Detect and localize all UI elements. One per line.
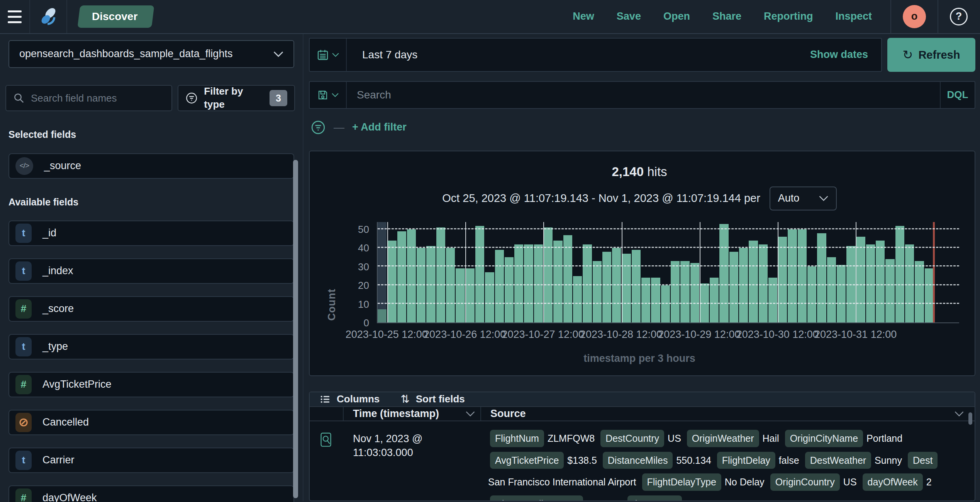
date-picker-menu-button[interactable] xyxy=(310,39,347,71)
avatar[interactable]: o xyxy=(903,5,926,28)
sort-fields-button[interactable]: ⇅ Sort fields xyxy=(400,392,465,406)
histogram-bar[interactable] xyxy=(466,222,475,322)
filter-by-type-button[interactable]: Filter by type 3 xyxy=(178,85,295,111)
histogram-bar[interactable] xyxy=(866,222,875,322)
histogram-bar[interactable] xyxy=(778,222,787,322)
histogram-bar[interactable] xyxy=(632,222,641,322)
histogram-bar[interactable] xyxy=(798,222,807,322)
field-item-_id[interactable]: t_id xyxy=(8,220,294,246)
histogram-bar[interactable] xyxy=(905,222,914,322)
histogram-bar[interactable] xyxy=(827,222,836,322)
histogram-bar[interactable] xyxy=(622,222,631,322)
histogram-bar[interactable] xyxy=(856,222,865,322)
field-item-_score[interactable]: #_score xyxy=(8,296,294,322)
tab-discover[interactable]: Discover xyxy=(79,5,153,28)
histogram-bar[interactable] xyxy=(788,222,797,322)
table-scrollbar[interactable] xyxy=(968,412,972,425)
field-item-Cancelled[interactable]: ⊘Cancelled xyxy=(8,410,294,435)
histogram-bar[interactable] xyxy=(837,222,846,322)
histogram-bar[interactable] xyxy=(446,222,455,322)
histogram-bar[interactable] xyxy=(602,222,611,322)
histogram-bar[interactable] xyxy=(690,222,699,322)
histogram-bar[interactable] xyxy=(583,222,592,322)
histogram-bar[interactable] xyxy=(700,222,709,322)
histogram-bar[interactable] xyxy=(749,222,758,322)
histogram-bar[interactable] xyxy=(524,222,533,322)
help-icon[interactable]: ? xyxy=(950,8,968,25)
histogram-bar[interactable] xyxy=(436,222,445,322)
histogram-bar[interactable] xyxy=(573,222,582,322)
histogram-bar[interactable] xyxy=(593,222,602,322)
histogram-bar[interactable] xyxy=(739,222,748,322)
histogram-bar[interactable] xyxy=(475,222,484,322)
nav-link-open[interactable]: Open xyxy=(663,10,690,23)
histogram-bar[interactable] xyxy=(456,222,465,322)
opensearch-logo[interactable] xyxy=(30,0,67,33)
query-search-input[interactable] xyxy=(347,89,940,101)
histogram-bar[interactable] xyxy=(671,222,680,322)
histogram-bar[interactable] xyxy=(729,222,738,322)
expand-document-icon[interactable] xyxy=(320,432,334,448)
field-item-AvgTicketPrice[interactable]: #AvgTicketPrice xyxy=(8,372,294,397)
histogram-bar[interactable] xyxy=(895,222,904,322)
histogram-bar[interactable] xyxy=(397,222,406,322)
histogram-plot[interactable] xyxy=(377,222,959,323)
chevron-down-icon[interactable] xyxy=(466,411,475,417)
histogram-bar[interactable] xyxy=(807,222,816,322)
histogram-bar[interactable] xyxy=(563,222,572,322)
field-item-Carrier[interactable]: tCarrier xyxy=(8,448,294,473)
histogram-bar[interactable] xyxy=(925,222,934,322)
field-item-dayOfWeek[interactable]: #dayOfWeek xyxy=(8,485,294,502)
interval-select[interactable]: Auto xyxy=(770,187,837,210)
histogram-bar[interactable] xyxy=(651,222,660,322)
field-item-_index[interactable]: t_index xyxy=(8,258,294,284)
histogram-bar[interactable] xyxy=(710,222,719,322)
histogram-bar[interactable] xyxy=(661,222,670,322)
histogram-bar[interactable] xyxy=(817,222,826,322)
field-search-input[interactable] xyxy=(31,92,164,104)
nav-link-share[interactable]: Share xyxy=(712,10,741,23)
histogram-bar[interactable] xyxy=(768,222,777,322)
menu-hamburger-icon[interactable] xyxy=(0,0,30,33)
histogram-bar[interactable] xyxy=(534,222,543,322)
filter-icon[interactable] xyxy=(310,120,326,135)
show-dates-button[interactable]: Show dates xyxy=(810,48,868,61)
histogram-bar[interactable] xyxy=(719,222,728,322)
field-item-_source[interactable]: </>_source xyxy=(8,153,294,179)
histogram-bar[interactable] xyxy=(680,222,689,322)
histogram-bar[interactable] xyxy=(426,222,435,322)
histogram-bar[interactable] xyxy=(846,222,855,322)
refresh-button[interactable]: ↻ Refresh xyxy=(887,38,975,72)
histogram-bar[interactable] xyxy=(544,222,553,322)
histogram-bar[interactable] xyxy=(915,222,924,322)
histogram-bar[interactable] xyxy=(495,222,504,322)
histogram-bar[interactable] xyxy=(876,222,885,322)
histogram-bar[interactable] xyxy=(553,222,562,322)
chevron-down-icon[interactable] xyxy=(955,411,964,417)
query-language-button[interactable]: DQL xyxy=(940,82,975,108)
index-pattern-select[interactable]: opensearch_dashboards_sample_data_flight… xyxy=(8,40,294,68)
columns-button[interactable]: Columns xyxy=(320,393,380,406)
source-column-header[interactable]: Source xyxy=(481,407,975,421)
histogram-bar[interactable] xyxy=(505,222,514,322)
histogram-bar[interactable] xyxy=(514,222,523,322)
histogram-bar[interactable] xyxy=(387,222,396,322)
histogram-bar[interactable] xyxy=(378,222,387,322)
histogram-bar[interactable] xyxy=(612,222,621,322)
field-item-_type[interactable]: t_type xyxy=(8,334,294,360)
histogram-bar[interactable] xyxy=(407,222,416,322)
sidebar-scrollbar[interactable] xyxy=(293,160,298,498)
nav-link-inspect[interactable]: Inspect xyxy=(835,10,872,23)
add-filter-button[interactable]: + Add filter xyxy=(352,120,407,134)
histogram-bar[interactable] xyxy=(885,222,894,322)
histogram-bar[interactable] xyxy=(417,222,426,322)
nav-link-new[interactable]: New xyxy=(573,10,594,23)
time-range-value[interactable]: Last 7 days xyxy=(362,48,417,62)
saved-query-menu-button[interactable] xyxy=(310,82,347,108)
histogram-bar[interactable] xyxy=(485,222,494,322)
histogram-bar[interactable] xyxy=(641,222,650,322)
histogram-bar[interactable] xyxy=(759,222,768,322)
nav-link-save[interactable]: Save xyxy=(617,10,641,23)
nav-link-reporting[interactable]: Reporting xyxy=(764,10,813,23)
time-column-header[interactable]: Time (timestamp) xyxy=(344,407,481,421)
